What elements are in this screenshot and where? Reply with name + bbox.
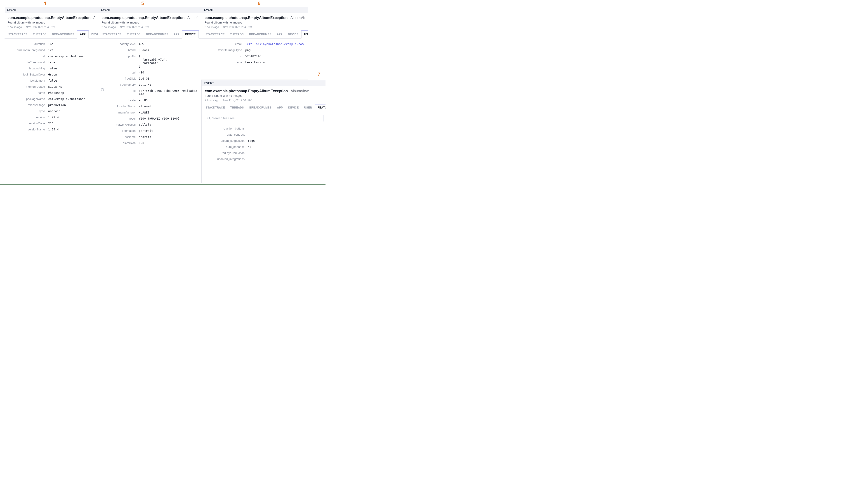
kv-val: false <box>48 79 95 82</box>
tab-app[interactable]: APP <box>274 104 286 112</box>
annotation-6: 6 <box>258 0 260 6</box>
tab-device[interactable]: DEVICE <box>286 104 301 112</box>
kv-key: red-eye-reduction <box>205 151 248 155</box>
svg-point-1 <box>208 117 210 119</box>
tab-stacktrace[interactable]: STACKTRACE <box>203 30 228 38</box>
user-email-link[interactable]: lera.larkin@photosnap.example.com <box>245 42 304 46</box>
kv-key: releaseStage <box>7 103 48 107</box>
features-search[interactable] <box>205 115 324 122</box>
kv-val: Photosnap <box>48 91 95 94</box>
kv-key: album_suggestion <box>205 139 248 142</box>
kv-val: – <box>248 133 324 136</box>
tab-threads[interactable]: THREADS <box>124 30 143 38</box>
kv-key: id <box>205 55 245 58</box>
event-meta: 2 hours ago · Nov 11th, 02:17:54 UTC <box>205 99 324 102</box>
kv-key: manufacturer <box>101 111 139 114</box>
exception-class: com.example.photosnap.EmptyAlbumExceptio… <box>205 89 288 93</box>
tab-stacktrace[interactable]: STACKTRACE <box>6 30 30 38</box>
tabs: STACKTRACE THREADS BREADCRUMBS APP DEVIC… <box>201 30 308 39</box>
exception-context: AlbumView <box>291 89 309 93</box>
tab-device[interactable]: DEVICE <box>285 30 301 38</box>
kv-val: [ "armeabi-v7a", "armeabi" ] <box>139 55 198 68</box>
kv-val: Huawei <box>139 48 198 52</box>
kv-val: Lera Larkin <box>245 61 304 64</box>
features-search-input[interactable] <box>212 116 321 120</box>
timezone: UTC <box>247 99 252 102</box>
kv-val: 1.29.4 <box>48 116 95 119</box>
tab-threads[interactable]: THREADS <box>228 104 247 112</box>
kv-key: networkAccess <box>101 123 139 126</box>
title-block: com.example.photosnap.EmptyAlbumExceptio… <box>201 13 308 30</box>
kv-val: 216 <box>48 122 95 125</box>
kv-key: isLaunching <box>7 67 48 70</box>
kv-val: allowed <box>139 105 198 108</box>
title-block: com.example.photosnap.EmptyAlbumExceptio… <box>98 13 201 30</box>
tab-app[interactable]: APP <box>274 30 286 38</box>
tab-features[interactable]: FEATURES <box>315 104 326 112</box>
event-header: EVENT <box>4 7 98 13</box>
kv-key: name <box>7 91 48 94</box>
tab-breadcrumbs[interactable]: BREADCRUMBS <box>247 104 274 112</box>
title-block: com.example.photosnap.EmptyAlbumExceptio… <box>4 13 98 30</box>
app-properties: duration16s durationInForeground12s idco… <box>4 39 98 135</box>
kv-key: auto_contrast <box>205 133 248 136</box>
tab-breadcrumbs[interactable]: BREADCRUMBS <box>246 30 274 38</box>
absolute-time: Nov 11th, 02:17:54 <box>26 26 49 29</box>
tab-threads[interactable]: THREADS <box>228 30 246 38</box>
exception-message: Found album with no images <box>7 21 95 24</box>
search-icon <box>207 117 210 120</box>
kv-val: false <box>48 67 95 70</box>
exception-context: AlbumView <box>187 16 198 20</box>
kv-key: memoryUsage <box>7 85 48 88</box>
tab-device[interactable]: DEVICE <box>89 30 98 38</box>
kv-key: freeMemory <box>101 83 139 86</box>
tab-breadcrumbs[interactable]: BREADCRUMBS <box>49 30 77 38</box>
kv-val: 5x <box>248 145 324 148</box>
tab-stacktrace[interactable]: STACKTRACE <box>100 30 124 38</box>
event-meta: 2 hours ago · Nov 11th, 02:17:54 UTC <box>7 26 95 29</box>
exception-message: Found album with no images <box>205 94 324 97</box>
tab-app[interactable]: APP <box>171 30 182 38</box>
kv-key: osVersion <box>101 141 139 145</box>
kv-key: id <box>7 55 48 58</box>
device-properties: batteryLevel45% brandHuawei cpuAbi[ "arm… <box>98 39 201 148</box>
tab-stacktrace[interactable]: STACKTRACE <box>203 104 228 112</box>
exception-message: Found album with no images <box>205 21 304 24</box>
tab-user[interactable]: USER <box>302 104 315 112</box>
kv-key: id <box>101 89 139 92</box>
kv-key: email <box>205 42 245 46</box>
exception-class: com.example.photosnap.EmptyAlbumExceptio… <box>7 16 90 20</box>
exception-class: com.example.photosnap.EmptyAlbumExceptio… <box>205 16 288 20</box>
tab-user[interactable]: USER <box>199 30 201 38</box>
bottom-accent-bar <box>0 184 326 185</box>
absolute-time: Nov 11th, 02:17:54 <box>223 26 246 29</box>
tab-user[interactable]: USER <box>301 30 308 39</box>
kv-val: cellular <box>139 123 198 126</box>
kv-val: 45% <box>139 42 198 46</box>
tab-app[interactable]: APP <box>77 30 89 39</box>
kv-key: inForeground <box>7 61 48 64</box>
kv-key: lowMemory <box>7 79 48 82</box>
tab-breadcrumbs[interactable]: BREADCRUMBS <box>143 30 171 38</box>
exception-class: com.example.photosnap.EmptyAlbumExceptio… <box>101 16 184 20</box>
kv-val: HUAWEI <box>139 111 198 114</box>
tab-device[interactable]: DEVICE <box>182 30 199 39</box>
annotation-7: 7 <box>318 71 320 77</box>
event-meta: 2 hours ago · Nov 11th, 02:17:54 UTC <box>205 26 304 29</box>
exception-context: Album <box>93 16 95 20</box>
event-header: EVENT <box>202 80 326 86</box>
exception-context: AlbumView <box>291 16 304 20</box>
kv-val: Y300 (HUAWEI Y300-0100) <box>139 117 198 120</box>
event-header: EVENT <box>98 7 201 13</box>
kv-key: osName <box>101 135 139 139</box>
absolute-time: Nov 11th, 02:17:54 <box>223 99 246 102</box>
kv-key: model <box>101 117 139 120</box>
exception-message: Found album with no images <box>101 21 198 24</box>
kv-val: android <box>139 135 198 139</box>
tab-threads[interactable]: THREADS <box>30 30 49 38</box>
relative-time: 2 hours ago <box>101 26 116 29</box>
kv-key: auto_enhance <box>205 145 248 148</box>
event-panel-app: EVENT com.example.photosnap.EmptyAlbumEx… <box>4 7 98 183</box>
kv-val: 480 <box>139 71 198 74</box>
event-panel-device: EVENT com.example.photosnap.EmptyAlbumEx… <box>98 7 201 183</box>
